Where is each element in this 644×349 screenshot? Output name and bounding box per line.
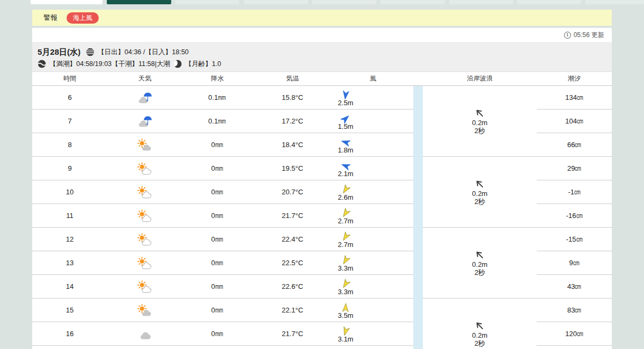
tab-stub-active[interactable] [107, 0, 171, 4]
tide-cell: 120cm [537, 322, 612, 346]
precip-cell: 0.1mm [182, 117, 252, 125]
time-cell: 15 [32, 306, 107, 314]
table-row: 10 0mm 20.7°C 2.6m [32, 180, 413, 204]
temp-cell: 22.4°C [252, 235, 333, 243]
weather-icon [137, 256, 153, 270]
weather-icon [137, 91, 153, 105]
weather-icon [137, 185, 153, 199]
warning-badge-sea-wind[interactable]: 海上風 [67, 12, 99, 24]
warning-label: 警報 [43, 13, 57, 23]
table-body: 6 0.1mm 15.8°C 2.5m 7 0.1mm 17.2°C [32, 86, 612, 349]
wave-block: 0.2m 2秒 [423, 86, 537, 157]
page: 警報 海上風 ! 05:56 更新 5月28日(水) 【日出】04:36 /【日… [0, 0, 644, 349]
precip-cell: 0mm [182, 212, 252, 220]
weather-icon [137, 114, 153, 128]
tide-cell: 43cm [537, 275, 612, 299]
sun-times: 【日出】04:36 /【日入】18:50 [98, 48, 189, 57]
wind-cell: 2.7m [333, 207, 413, 225]
time-cell: 9 [32, 164, 107, 172]
col-header-tide: 潮汐 [537, 74, 612, 83]
wave-col: 0.2m 2秒 0.2m 2秒 0.2m 2秒 [423, 86, 537, 349]
temp-cell: 22.5°C [252, 259, 333, 267]
time-cell: 12 [32, 235, 107, 243]
wind-cell: 3.1m [333, 325, 413, 343]
precip-cell: 0mm [182, 141, 252, 149]
sunrise-icon [86, 48, 94, 56]
weather-icon [137, 232, 153, 246]
wind-cell: 2.1m [333, 159, 413, 178]
wind-cell: 1.8m [333, 136, 413, 154]
table-row: 15 0mm 22.1°C 3.5m [32, 299, 413, 322]
tide-cell: -1cm [537, 180, 612, 204]
weather-cell [107, 162, 182, 176]
date-header: 5月28日(水) 【日出】04:36 /【日入】18:50 [32, 42, 612, 71]
precip-cell: 0mm [182, 164, 252, 172]
col-header-wind: 風 [333, 74, 413, 83]
tide-cell: 83cm [537, 299, 612, 322]
moon-icon [173, 60, 182, 68]
tab-stub[interactable] [312, 0, 376, 4]
col-header-precip: 降水 [182, 74, 252, 83]
weather-icon [137, 280, 153, 294]
wave-period: 2秒 [474, 268, 485, 277]
time-cell: 13 [32, 259, 107, 267]
weather-icon [137, 327, 153, 341]
weather-cell [107, 303, 182, 317]
precip-cell: 0mm [182, 188, 252, 196]
wind-cell: 2.7m [333, 230, 413, 249]
info-icon: ! [564, 32, 571, 39]
tab-stub[interactable] [380, 0, 444, 4]
tide-cell: 104cm [537, 110, 612, 133]
tide-times: 【満潮】04:58/19:03【干潮】11:58|大潮 [49, 60, 170, 69]
warning-bar: 警報 海上風 [32, 10, 612, 26]
tide-cell: 9cm [537, 251, 612, 275]
time-cell: 7 [32, 117, 107, 125]
tab-stub[interactable] [244, 0, 308, 4]
weather-cell [107, 138, 182, 152]
top-tab-strip [0, 0, 644, 4]
time-cell: 16 [32, 330, 107, 338]
wind-cell: 3.3m [333, 254, 413, 272]
wind-arrow-icon [340, 89, 352, 100]
wave-period: 2秒 [474, 127, 485, 135]
temp-cell: 21.7°C [252, 330, 333, 338]
temp-cell: 18.4°C [252, 141, 333, 149]
wind-cell: 2.5m [333, 89, 413, 107]
weather-icon [137, 209, 153, 223]
tab-stub[interactable] [175, 0, 239, 4]
tide-cell: -16cm [537, 204, 612, 228]
tide-cell: 66cm [537, 133, 612, 157]
table-row: 14 0mm 22.6°C 3.3m [32, 275, 413, 299]
time-cell: 14 [32, 282, 107, 290]
wind-cell: 2.6m [333, 183, 413, 201]
weather-icon [137, 303, 153, 317]
tab-stub[interactable] [586, 0, 644, 4]
table-row: 11 0mm 21.7°C 2.7m [32, 204, 413, 228]
temp-cell: 21.7°C [252, 212, 333, 220]
tide-wave-icon [38, 60, 46, 68]
time-cell: 6 [32, 93, 107, 101]
precip-cell: 0mm [182, 259, 252, 267]
tab-stub[interactable] [517, 0, 581, 4]
temp-cell: 22.6°C [252, 282, 333, 290]
table-row: 6 0.1mm 15.8°C 2.5m [32, 86, 413, 110]
table-row: 16 0mm 21.7°C 3.1m [32, 322, 413, 346]
col-header-weather: 天気 [107, 74, 182, 83]
date-title: 5月28日(水) [38, 47, 80, 57]
col-header-temp: 気温 [252, 74, 333, 83]
weather-cell [107, 185, 182, 199]
col-header-wave: 沿岸波浪 [423, 74, 537, 83]
time-cell: 10 [32, 188, 107, 196]
update-time: 05:56 更新 [574, 31, 604, 40]
weather-cell [107, 232, 182, 246]
table-row: 8 0mm 18.4°C 1.8m [32, 133, 413, 157]
tab-stub[interactable] [449, 0, 513, 4]
weather-icon [137, 162, 153, 176]
wave-block: 0.2m 2秒 [423, 228, 537, 299]
weather-cell [107, 256, 182, 270]
temp-cell: 22.1°C [252, 306, 333, 314]
table-row: 9 0mm 19.5°C 2.1m [32, 157, 413, 180]
weather-cell [107, 209, 182, 223]
tab-stub[interactable] [31, 0, 103, 4]
weather-cell [107, 327, 182, 341]
